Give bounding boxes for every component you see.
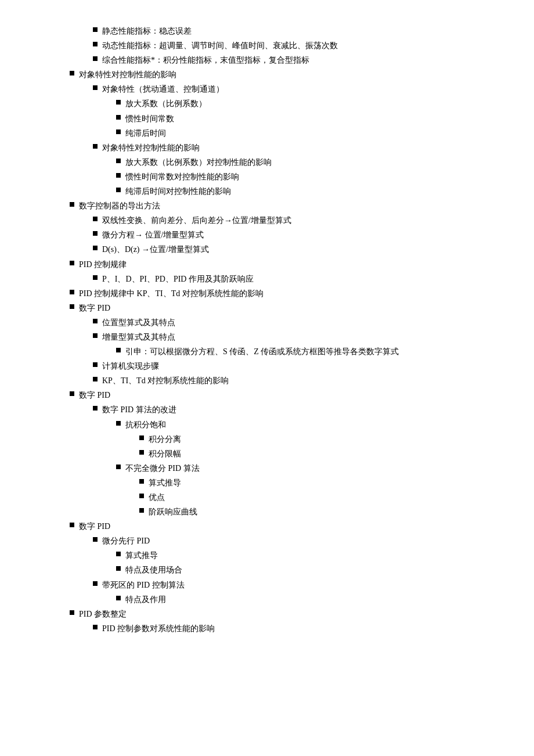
item-text: PID 参数整定 bbox=[79, 607, 127, 621]
item-text: 积分分离 bbox=[149, 433, 181, 446]
item-text: PID 控制规律中 KP、TI、Td 对控制系统性能的影响 bbox=[79, 287, 264, 300]
item-text: 对象特性（扰动通道、控制通道） bbox=[102, 82, 224, 96]
list-item: PID 控制参数对系统性能的影响 bbox=[93, 622, 499, 635]
bullet-icon bbox=[116, 348, 121, 352]
item-text: KP、TI、Td 对控制系统性能的影响 bbox=[102, 374, 229, 387]
list-item: 双线性变换、前向差分、后向差分→位置/增量型算式 bbox=[93, 214, 499, 227]
bullet-icon bbox=[70, 71, 74, 75]
bullet-icon bbox=[93, 537, 98, 542]
bullet-icon bbox=[139, 508, 144, 513]
item-text: 位置型算式及其特点 bbox=[102, 316, 175, 329]
list-item: D(s)、D(z) →位置/增量型算式 bbox=[93, 243, 499, 256]
bullet-icon bbox=[93, 333, 98, 338]
list-item: 综合性能指标*：积分性能指标，末值型指标，复合型指标 bbox=[93, 53, 499, 67]
list-item: 放大系数（比例系数） bbox=[116, 97, 499, 110]
bullet-icon bbox=[116, 465, 121, 469]
item-text: 放大系数（比例系数） bbox=[125, 97, 207, 110]
bullet-icon bbox=[116, 173, 121, 178]
bullet-icon bbox=[93, 27, 98, 32]
bullet-icon bbox=[93, 56, 98, 61]
list-item: 纯滞后时间对控制性能的影响 bbox=[116, 185, 499, 198]
list-item: 抗积分饱和 bbox=[116, 418, 499, 431]
item-text: 数字 PID bbox=[79, 301, 110, 315]
item-text: 惯性时间常数对控制性能的影响 bbox=[125, 170, 239, 183]
list-item: P、I、D、PI、PD、PID 作用及其阶跃响应 bbox=[93, 272, 499, 286]
bullet-icon bbox=[93, 406, 98, 411]
item-text: 抗积分饱和 bbox=[125, 418, 166, 431]
outline-container: 静态性能指标：稳态误差动态性能指标：超调量、调节时间、峰值时间、衰减比、振荡次数… bbox=[35, 24, 499, 635]
list-item: 积分分离 bbox=[139, 433, 499, 446]
bullet-icon bbox=[70, 391, 74, 396]
item-text: 不完全微分 PID 算法 bbox=[125, 462, 200, 475]
item-text: 微分方程→ 位置/增量型算式 bbox=[102, 228, 204, 242]
bullet-icon bbox=[93, 275, 98, 280]
list-item: 微分方程→ 位置/增量型算式 bbox=[93, 228, 499, 242]
item-text: 增量型算式及其特点 bbox=[102, 330, 175, 344]
bullet-icon bbox=[93, 217, 98, 221]
bullet-icon bbox=[139, 494, 144, 498]
item-text: P、I、D、PI、PD、PID 作用及其阶跃响应 bbox=[102, 272, 254, 286]
bullet-icon bbox=[70, 261, 74, 265]
item-text: 计算机实现步骤 bbox=[102, 359, 159, 373]
bullet-icon bbox=[93, 581, 98, 586]
list-item: PID 控制规律中 KP、TI、Td 对控制系统性能的影响 bbox=[70, 287, 499, 300]
list-item: 位置型算式及其特点 bbox=[93, 316, 499, 329]
list-item: KP、TI、Td 对控制系统性能的影响 bbox=[93, 374, 499, 387]
item-text: 放大系数（比例系数）对控制性能的影响 bbox=[125, 156, 272, 169]
item-text: 优点 bbox=[149, 491, 165, 504]
item-text: 积分限幅 bbox=[149, 447, 181, 460]
list-item: 微分先行 PID bbox=[93, 534, 499, 548]
bullet-icon bbox=[116, 552, 121, 556]
item-text: 惯性时间常数 bbox=[125, 112, 174, 125]
bullet-icon bbox=[93, 42, 98, 46]
item-text: 数字控制器的导出方法 bbox=[79, 199, 160, 213]
bullet-icon bbox=[116, 188, 121, 192]
item-text: 微分先行 PID bbox=[102, 534, 150, 548]
bullet-icon bbox=[116, 129, 121, 134]
bullet-icon bbox=[70, 610, 74, 615]
bullet-icon bbox=[93, 246, 98, 250]
list-item: 阶跃响应曲线 bbox=[139, 505, 499, 519]
bullet-icon bbox=[93, 144, 98, 149]
item-text: 纯滞后时间 bbox=[125, 127, 166, 140]
item-text: 阶跃响应曲线 bbox=[149, 505, 197, 519]
list-item: 增量型算式及其特点 bbox=[93, 330, 499, 344]
item-text: 综合性能指标*：积分性能指标，末值型指标，复合型指标 bbox=[102, 53, 309, 67]
item-text: 数字 PID bbox=[79, 388, 110, 402]
bullet-icon bbox=[139, 450, 144, 455]
bullet-icon bbox=[116, 115, 121, 120]
bullet-icon bbox=[70, 523, 74, 527]
bullet-icon bbox=[93, 319, 98, 323]
list-item: 数字 PID bbox=[70, 388, 499, 402]
list-item: 带死区的 PID 控制算法 bbox=[93, 578, 499, 592]
list-item: 对象特性（扰动通道、控制通道） bbox=[93, 82, 499, 96]
list-item: 算式推导 bbox=[116, 549, 499, 562]
list-item: 算式推导 bbox=[139, 476, 499, 489]
bullet-icon bbox=[93, 231, 98, 236]
item-text: 动态性能指标：超调量、调节时间、峰值时间、衰减比、振荡次数 bbox=[102, 39, 338, 52]
item-text: PID 控制规律 bbox=[79, 258, 127, 271]
list-item: PID 参数整定 bbox=[70, 607, 499, 621]
bullet-icon bbox=[93, 625, 98, 629]
bullet-icon bbox=[116, 421, 121, 426]
list-item: 静态性能指标：稳态误差 bbox=[93, 24, 499, 38]
list-item: 不完全微分 PID 算法 bbox=[116, 462, 499, 475]
list-item: 数字 PID 算法的改进 bbox=[93, 403, 499, 416]
bullet-icon bbox=[116, 596, 121, 600]
list-item: 对象特性对控制性能的影响 bbox=[93, 141, 499, 154]
list-item: 积分限幅 bbox=[139, 447, 499, 460]
item-text: 数字 PID bbox=[79, 520, 110, 533]
bullet-icon bbox=[93, 85, 98, 90]
list-item: 惯性时间常数对控制性能的影响 bbox=[116, 170, 499, 183]
bullet-icon bbox=[70, 304, 74, 309]
list-item: 对象特性对控制性能的影响 bbox=[70, 68, 499, 81]
bullet-icon bbox=[116, 159, 121, 163]
item-text: 特点及使用场合 bbox=[125, 563, 182, 577]
list-item: 计算机实现步骤 bbox=[93, 359, 499, 373]
list-item: 优点 bbox=[139, 491, 499, 504]
item-text: 带死区的 PID 控制算法 bbox=[102, 578, 185, 592]
item-text: 算式推导 bbox=[149, 476, 181, 489]
item-text: D(s)、D(z) →位置/增量型算式 bbox=[102, 243, 209, 256]
item-text: 特点及作用 bbox=[125, 593, 166, 606]
list-item: 特点及作用 bbox=[116, 593, 499, 606]
